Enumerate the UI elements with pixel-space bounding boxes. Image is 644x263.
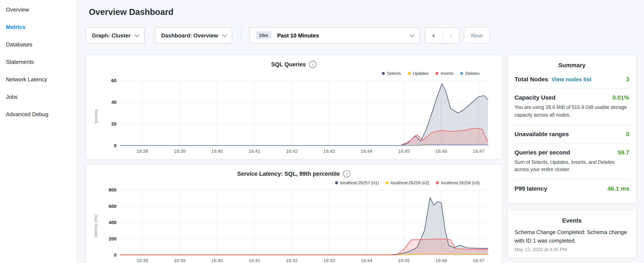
svg-text:400: 400	[109, 220, 116, 225]
sidebar-item-advanced-debug[interactable]: Advanced Debug	[0, 106, 76, 123]
info-icon[interactable]: i	[309, 61, 316, 68]
time-back-button[interactable]: ‹	[425, 28, 442, 43]
summary-label: Total Nodes	[514, 76, 548, 83]
legend-label: localhost:26258 (n3)	[441, 180, 480, 185]
svg-text:0: 0	[114, 143, 116, 148]
legend-label: localhost:26259 (n2)	[391, 180, 429, 185]
y-axis-label: latency (ms)	[93, 214, 98, 237]
summary-row-capacity-used: Capacity Used 0.01% You are using 28.6 M…	[514, 89, 629, 125]
legend-label: Updates	[413, 71, 429, 76]
summary-label: P99 latency	[514, 185, 547, 192]
event-item-timestamp: May 13, 2020 at 4:45 PM	[514, 247, 629, 252]
chevron-down-icon	[135, 32, 140, 37]
legend-dot-icon	[386, 181, 389, 184]
summary-value-total-nodes: 3	[626, 76, 629, 83]
svg-text:16:40: 16:40	[211, 258, 223, 263]
legend-dot-icon	[408, 72, 411, 75]
svg-text:16:45: 16:45	[398, 258, 410, 263]
svg-text:16:41: 16:41	[248, 149, 260, 154]
chart-title-service-latency: Service Latency: SQL, 99th percentile	[237, 170, 340, 177]
summary-row-p99-latency: P99 latency 46.1 ms	[514, 180, 629, 198]
sql-queries-chart[interactable]: 020406016:3816:3916:4016:4116:4216:4316:…	[100, 77, 497, 156]
legend-item-deletes[interactable]: Deletes	[460, 71, 480, 76]
page-title: Overview Dashboard	[89, 6, 502, 18]
toolbar-divider	[240, 27, 241, 43]
chevron-down-icon	[410, 32, 414, 37]
service-latency-chart-card: Service Latency: SQL, 99th percentile i …	[86, 164, 502, 263]
summary-subtext: Sum of Selects, Updates, Inserts, and De…	[514, 158, 629, 174]
svg-text:16:46: 16:46	[436, 258, 447, 263]
svg-text:200: 200	[109, 236, 116, 241]
legend-item-localhost-26259-n2-[interactable]: localhost:26259 (n2)	[386, 180, 429, 185]
summary-row-queries-per-second: Queries per second 59.7 Sum of Selects, …	[514, 143, 629, 180]
svg-text:16:43: 16:43	[324, 258, 335, 263]
svg-text:40: 40	[112, 100, 116, 105]
legend-label: Selects	[387, 71, 401, 76]
summary-value-p99-latency: 46.1 ms	[608, 185, 629, 192]
legend-item-localhost-26257-n1-[interactable]: localhost:26257 (n1)	[335, 180, 379, 185]
summary-label: Capacity Used	[514, 94, 556, 101]
sidebar-item-statements[interactable]: Statements	[0, 53, 76, 71]
event-item-text: Schema Change Completed: Schema change w…	[514, 228, 629, 245]
svg-text:16:39: 16:39	[174, 258, 186, 263]
dashboard-dropdown-label: Dashboard: Overview	[161, 32, 218, 39]
svg-text:0: 0	[114, 252, 116, 258]
time-window-badge: 10m	[256, 32, 271, 39]
svg-text:60: 60	[112, 78, 116, 83]
svg-text:16:43: 16:43	[324, 149, 335, 154]
sidebar-item-databases[interactable]: Databases	[0, 36, 76, 53]
graph-dropdown[interactable]: Graph: Cluster	[86, 27, 144, 43]
summary-subtext: You are using 28.6 MiB of 515.9 GiB usab…	[514, 104, 629, 119]
svg-text:16:46: 16:46	[436, 149, 447, 154]
time-step-buttons: ‹ ›	[424, 27, 460, 43]
svg-text:16:44: 16:44	[360, 258, 372, 263]
summary-row-total-nodes: Total Nodes View nodes list 3	[514, 70, 629, 89]
legend-dot-icon	[460, 72, 463, 75]
summary-panel: Summary Total Nodes View nodes list 3 Ca…	[507, 55, 636, 204]
legend-dot-icon	[335, 181, 338, 184]
svg-text:16:42: 16:42	[286, 258, 298, 263]
legend-label: localhost:26257 (n1)	[340, 180, 379, 185]
legend-dot-icon	[436, 181, 439, 184]
svg-text:16:47: 16:47	[473, 258, 484, 263]
summary-row-unavailable-ranges: Unavailable ranges 0	[514, 125, 629, 143]
view-nodes-list-link[interactable]: View nodes list	[552, 76, 591, 83]
legend-item-selects[interactable]: Selects	[382, 71, 401, 76]
chevron-down-icon	[222, 32, 227, 37]
chart-title-sql-queries: SQL Queries	[271, 61, 306, 68]
sidebar-item-network-latency[interactable]: Network Latency	[0, 71, 76, 88]
legend-label: Deletes	[465, 71, 480, 76]
legend-item-localhost-26258-n3-[interactable]: localhost:26258 (n3)	[436, 180, 480, 185]
service-latency-chart[interactable]: 020040060080016:3816:3916:4016:4116:4216…	[100, 186, 497, 263]
svg-text:16:42: 16:42	[286, 149, 298, 154]
svg-text:16:40: 16:40	[211, 149, 223, 154]
sidebar-item-jobs[interactable]: Jobs	[0, 88, 76, 106]
sidebar-item-metrics[interactable]: Metrics	[0, 18, 76, 36]
sql-queries-chart-card: SQL Queries i SelectsUpdatesInsertsDelet…	[86, 55, 502, 160]
summary-value-queries-per-second: 59.7	[618, 149, 630, 156]
legend-dot-icon	[382, 72, 385, 75]
toolbar: Graph: Cluster Dashboard: Overview 10m P…	[86, 27, 502, 43]
info-icon[interactable]: i	[343, 170, 350, 177]
time-window-selector[interactable]: 10m Past 10 Minutes	[250, 27, 420, 43]
svg-text:16:44: 16:44	[360, 149, 372, 154]
now-button[interactable]: Now	[464, 27, 490, 43]
legend-item-inserts[interactable]: Inserts	[436, 71, 453, 76]
svg-text:16:38: 16:38	[136, 258, 148, 263]
svg-text:16:38: 16:38	[136, 149, 148, 154]
dashboard-dropdown[interactable]: Dashboard: Overview	[155, 27, 232, 43]
chart-legend: localhost:26257 (n1)localhost:26259 (n2)…	[91, 179, 497, 186]
legend-label: Inserts	[440, 71, 453, 76]
sidebar-item-overview[interactable]: Overview	[0, 1, 76, 18]
legend-item-updates[interactable]: Updates	[408, 71, 429, 76]
summary-value-unavailable-ranges: 0	[626, 130, 629, 137]
svg-text:16:41: 16:41	[248, 258, 260, 263]
time-forward-button[interactable]: ›	[442, 28, 459, 43]
legend-dot-icon	[436, 72, 438, 75]
svg-text:16:45: 16:45	[398, 149, 410, 154]
svg-text:16:39: 16:39	[174, 149, 186, 154]
graph-dropdown-label: Graph: Cluster	[92, 32, 130, 39]
left-nav: Overview Metrics Databases Statements Ne…	[0, 0, 77, 263]
summary-value-capacity-used: 0.01%	[612, 94, 629, 101]
summary-label: Queries per second	[514, 149, 570, 156]
